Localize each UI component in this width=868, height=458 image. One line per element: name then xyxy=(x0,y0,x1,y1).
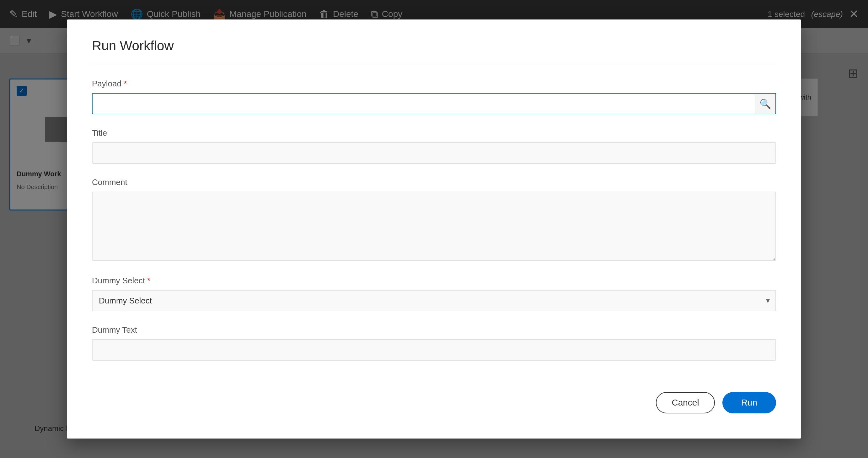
dummy-text-input[interactable] xyxy=(92,339,776,361)
payload-label: Payload * xyxy=(92,79,776,89)
comment-group: Comment xyxy=(92,177,776,262)
modal-title: Run Workflow xyxy=(92,38,776,63)
browse-icon: 🔍 xyxy=(760,98,771,109)
run-button[interactable]: Run xyxy=(722,392,776,413)
dummy-select-wrapper: Dummy Select ▾ xyxy=(92,290,776,311)
payload-browse-button[interactable]: 🔍 xyxy=(755,93,776,114)
modal-dialog: Run Workflow Payload * 🔍 Title xyxy=(67,20,801,438)
dummy-text-label: Dummy Text xyxy=(92,325,776,335)
modal-overlay: Run Workflow Payload * 🔍 Title xyxy=(0,0,868,458)
comment-textarea[interactable] xyxy=(92,192,776,261)
title-input[interactable] xyxy=(92,142,776,164)
title-label: Title xyxy=(92,128,776,138)
payload-group: Payload * 🔍 xyxy=(92,79,776,114)
dummy-text-group: Dummy Text xyxy=(92,325,776,361)
cancel-button[interactable]: Cancel xyxy=(656,392,715,413)
payload-wrapper: 🔍 xyxy=(92,93,776,114)
modal-footer: Cancel Run xyxy=(92,379,776,413)
dummy-select-required-marker: * xyxy=(147,276,150,285)
dummy-select-label: Dummy Select * xyxy=(92,276,776,286)
dummy-select[interactable]: Dummy Select xyxy=(92,290,776,311)
payload-required-marker: * xyxy=(124,79,127,88)
title-group: Title xyxy=(92,128,776,164)
dummy-select-group: Dummy Select * Dummy Select ▾ xyxy=(92,276,776,311)
payload-input[interactable] xyxy=(92,93,755,114)
comment-label: Comment xyxy=(92,177,776,187)
